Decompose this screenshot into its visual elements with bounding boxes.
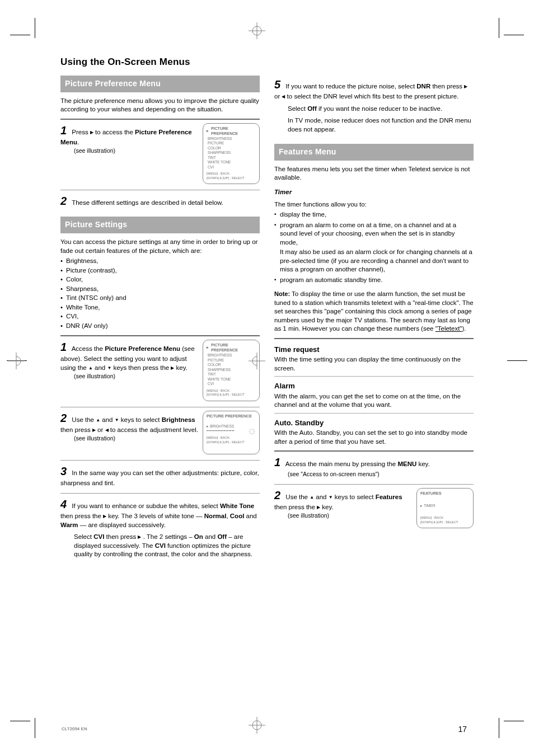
timer-note: Note: To display the time or use the ala… [274,290,474,334]
timer-feature-time: display the time, [274,210,474,219]
crop-mark [35,18,35,38]
timer-feature-alarm: program an alarm to come on at a time, o… [274,221,474,274]
right-column: 5 If you want to reduce the picture nois… [274,56,474,694]
settings-step-1: 1 Access the Picture Preference Menu (se… [60,340,260,401]
page-number: 17 [458,725,467,734]
registration-mark-icon [249,717,265,734]
section-picture-settings: Picture Settings [60,217,260,233]
crop-mark [35,718,35,738]
heading-time-request: Time request [274,345,474,355]
step-text: Press ▶ to access the Picture Preference… [60,129,192,145]
heading-alarm: Alarm [274,381,474,391]
settings-step-4: 4 If you want to enhance or subdue the w… [60,497,260,559]
crop-mark [10,721,30,721]
auto-standby-text: With the Auto. Standby, you can set the … [274,429,474,446]
crop-mark [499,718,499,738]
see-illustration: (see illustration) [60,147,199,154]
crop-mark [504,35,524,35]
osd-screen-picture-pref-2: PICTURE PREFERENCE BRIGHTNESS PICTURE CO… [203,340,260,401]
timer-feature-standby: program an automatic standby time. [274,276,474,285]
step-2: 2 These different settings are described… [60,194,260,209]
settings-list: Brightness, Picture (contrast), Color, S… [60,256,260,331]
crop-mark [507,360,527,361]
footer-model: CLT2054 EN [62,726,87,731]
crop-mark [10,35,30,35]
settings-step-5: 5 If you want to reduce the picture nois… [274,77,474,134]
step-1: 1 Press ▶ to access the Picture Preferen… [60,123,260,184]
section-features: Features Menu [274,144,474,161]
left-column: Using the On-Screen Menus Picture Prefer… [60,56,260,694]
page-content: Using the On-Screen Menus Picture Prefer… [60,56,474,694]
registration-mark-icon [249,22,265,39]
picture-settings-intro: You can access the picture settings at a… [60,238,260,255]
subsection-timer: Timer [274,188,474,197]
alarm-text: With the alarm, you can get the set to c… [274,392,474,410]
osd-screen-brightness: PICTURE PREFERENCE ☼ BRIGHTNESS ━━━━━━━━… [203,411,260,454]
section-picture-pref: Picture Preference Menu [60,76,260,92]
timer-intro: The timer functions allow you to: [274,200,474,209]
crop-mark [504,721,524,721]
page-title: Using the On-Screen Menus [60,56,260,69]
features-step-1: 1 Access the main menu by pressing the M… [274,455,474,478]
osd-screen-picture-pref: PICTURE PREFERENCE BRIGHTNESS PICTURE CO… [203,123,260,184]
settings-step-2: 2 Use the ▲ and ▼ keys to select Brightn… [60,411,260,454]
settings-step-3: 3 In the same way you can set the other … [60,464,260,488]
brightness-icon: ☼ [247,424,256,438]
features-intro: The features menu lets you set the timer… [274,165,474,182]
registration-mark-icon [8,353,25,369]
crop-mark [499,18,499,38]
time-request-text: With the time setting you can display th… [274,355,474,373]
heading-auto-standby: Auto. Standby [274,418,474,428]
osd-screen-features: FEATURES TIMER [MENU] : BACK [DOWN] & [U… [416,488,474,529]
section-intro: The picture preference menu allows you t… [60,97,260,114]
features-step-2: 2 Use the ▲ and ▼ keys to select Feature… [274,488,474,529]
